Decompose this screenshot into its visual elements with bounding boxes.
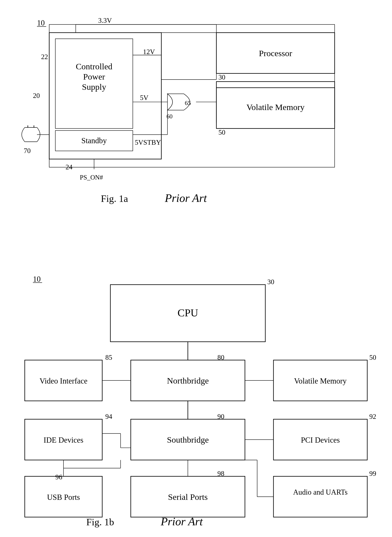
northbridge-label: Northbridge bbox=[167, 376, 209, 385]
ide-devices-label: IDE Devices bbox=[44, 436, 84, 444]
video-interface-label: Video Interface bbox=[39, 377, 88, 385]
fig1a-prior-art: Prior Art bbox=[165, 192, 207, 204]
label-85: 85 bbox=[105, 354, 112, 361]
serial-ports-label: Serial Ports bbox=[168, 492, 208, 502]
label-22: 22 bbox=[41, 53, 48, 61]
label-30: 30 bbox=[218, 73, 225, 81]
usb-ports-label: USB Ports bbox=[47, 493, 80, 501]
label-pson: PS_ON# bbox=[80, 174, 103, 181]
label-70: 70 bbox=[24, 147, 31, 154]
label-99: 99 bbox=[369, 470, 376, 477]
label-92: 92 bbox=[369, 413, 376, 420]
label-65: 65 bbox=[185, 100, 191, 106]
controlled-power-supply-label2: Power bbox=[83, 72, 105, 81]
controlled-power-supply-label3: Supply bbox=[82, 82, 107, 92]
fig1b-label-50: 50 bbox=[369, 354, 376, 361]
label-24: 24 bbox=[65, 163, 73, 171]
volatile-memory-label: Volatile Memory bbox=[247, 102, 305, 112]
label-50: 50 bbox=[218, 128, 225, 136]
label-96: 96 bbox=[55, 473, 62, 481]
page: 10 22 20 Controlled Power Supply Standby… bbox=[0, 0, 392, 537]
svg-rect-52 bbox=[273, 476, 367, 517]
label-5vstby: 5VSTBY bbox=[135, 138, 161, 146]
label-3v3: 3.3V bbox=[98, 17, 112, 24]
fig1b-volatile-memory-label: Volatile Memory bbox=[294, 377, 347, 385]
controlled-power-supply-label: Controlled bbox=[76, 62, 112, 71]
label-80: 80 bbox=[218, 354, 224, 361]
label-90: 90 bbox=[218, 413, 224, 420]
cpu-label: CPU bbox=[178, 307, 198, 319]
label-12v: 12V bbox=[143, 48, 155, 56]
fig1b-title: Fig. 1b bbox=[86, 517, 114, 528]
pci-devices-label: PCI Devices bbox=[301, 436, 340, 444]
fig1b-prior-art: Prior Art bbox=[160, 515, 203, 528]
label-5v: 5V bbox=[140, 94, 148, 102]
fig1b-label-30: 30 bbox=[267, 278, 274, 286]
fig1b-diagram-label: 10 bbox=[33, 275, 41, 283]
label-94: 94 bbox=[105, 413, 112, 420]
audio-uarts-label: Audio and UARTs bbox=[293, 488, 348, 496]
figure-1b: 10 CPU 30 Northbridge 80 Video Interface… bbox=[13, 267, 379, 534]
standby-label: Standby bbox=[81, 136, 107, 145]
southbridge-label: Southbridge bbox=[167, 435, 209, 444]
fig1a-title: Fig. 1a bbox=[101, 193, 128, 204]
figure-1a: 10 22 20 Controlled Power Supply Standby… bbox=[13, 8, 379, 255]
processor-label: Processor bbox=[259, 48, 292, 58]
fig1a-diagram-label: 10 bbox=[37, 19, 45, 27]
label-98: 98 bbox=[218, 470, 224, 477]
label-20: 20 bbox=[33, 92, 40, 99]
